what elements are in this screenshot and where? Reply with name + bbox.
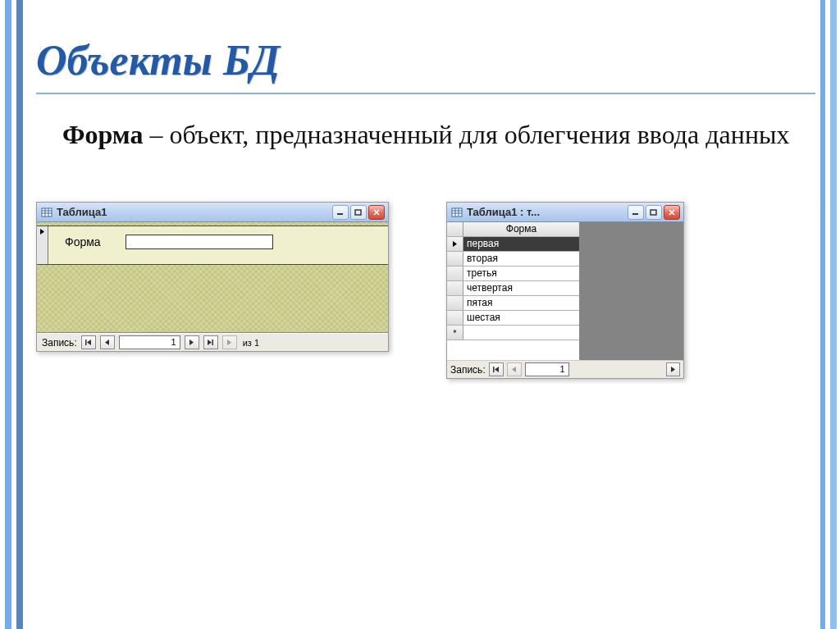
- cell[interactable]: четвертая: [463, 281, 579, 295]
- cell[interactable]: первая: [463, 237, 579, 251]
- svg-rect-13: [212, 340, 214, 345]
- cell[interactable]: [463, 326, 579, 340]
- table-status-bar: Запись: 1: [447, 360, 683, 378]
- record-number-input[interactable]: 1: [119, 335, 180, 349]
- last-record-button[interactable]: [203, 335, 218, 349]
- maximize-button[interactable]: [646, 205, 662, 220]
- first-record-button[interactable]: [81, 335, 96, 349]
- slide-stripe-left: [0, 0, 26, 629]
- row-selector[interactable]: [447, 237, 463, 251]
- cell[interactable]: шестая: [463, 311, 579, 325]
- record-label: Запись:: [42, 337, 77, 349]
- field-label: Форма: [65, 235, 101, 248]
- minimize-button[interactable]: [628, 205, 644, 220]
- record-selector[interactable]: [37, 226, 48, 264]
- svg-rect-8: [85, 340, 87, 345]
- svg-marker-9: [87, 340, 91, 345]
- svg-marker-23: [453, 241, 457, 247]
- current-record-icon: [452, 240, 458, 248]
- table-row[interactable]: шестая: [447, 311, 579, 326]
- svg-marker-10: [105, 340, 109, 345]
- grid[interactable]: Форма первая вторая третья: [447, 222, 580, 360]
- row-selector[interactable]: [447, 296, 463, 310]
- prev-record-button[interactable]: [507, 362, 522, 376]
- svg-rect-6: [355, 210, 361, 215]
- row-selector[interactable]: [447, 281, 463, 295]
- svg-marker-11: [189, 340, 194, 345]
- svg-rect-0: [42, 208, 52, 217]
- svg-rect-24: [493, 367, 495, 372]
- form-body: Форма: [37, 222, 388, 333]
- row-selector[interactable]: [447, 311, 463, 325]
- first-record-button[interactable]: [489, 362, 504, 376]
- scroll-right-button[interactable]: [666, 362, 680, 376]
- record-number-input[interactable]: 1: [525, 362, 569, 376]
- maximize-button[interactable]: [350, 205, 367, 220]
- svg-marker-25: [495, 367, 499, 372]
- new-record-button[interactable]: *: [222, 335, 237, 349]
- svg-text:*: *: [228, 340, 231, 347]
- term: Форма: [62, 120, 143, 149]
- datasheet-icon: [41, 207, 52, 218]
- svg-rect-22: [651, 210, 656, 215]
- close-button[interactable]: [664, 205, 680, 220]
- table-row[interactable]: пятая: [447, 296, 579, 311]
- svg-rect-5: [337, 213, 343, 215]
- table-row[interactable]: третья: [447, 267, 579, 281]
- grid-header-row[interactable]: Форма: [447, 222, 579, 237]
- svg-marker-27: [671, 367, 675, 372]
- cell[interactable]: пятая: [463, 296, 579, 310]
- slide: Объекты БД Форма – объект, предназначенн…: [36, 21, 815, 613]
- close-button[interactable]: [368, 205, 385, 220]
- table-titlebar[interactable]: Таблица1 : т...: [447, 203, 683, 222]
- slide-stripe-right: [817, 0, 840, 629]
- windows-row: Таблица1 Форма: [36, 202, 815, 379]
- svg-rect-16: [452, 208, 462, 217]
- table-row[interactable]: вторая: [447, 252, 579, 267]
- prev-record-button[interactable]: [100, 335, 115, 349]
- row-selector[interactable]: [447, 252, 463, 266]
- form-window: Таблица1 Форма: [36, 202, 389, 352]
- definition: – объект, предназначенный для облегчения…: [143, 120, 789, 149]
- table-row[interactable]: первая: [447, 237, 579, 252]
- table-row[interactable]: четвертая: [447, 281, 579, 296]
- cell[interactable]: вторая: [463, 252, 579, 266]
- svg-marker-26: [512, 367, 516, 372]
- table-window-title: Таблица1 : т...: [467, 206, 623, 218]
- slide-body-text: Форма – объект, предназначенный для обле…: [36, 117, 815, 153]
- column-header[interactable]: Форма: [463, 222, 579, 236]
- record-label: Запись:: [450, 364, 486, 376]
- minimize-button[interactable]: [332, 205, 349, 220]
- svg-marker-7: [40, 229, 44, 235]
- field-input[interactable]: [126, 235, 273, 249]
- table-window: Таблица1 : т... Форма первая: [446, 202, 684, 379]
- form-window-title: Таблица1: [57, 206, 328, 218]
- row-selector[interactable]: *: [447, 326, 463, 340]
- new-row[interactable]: *: [447, 326, 579, 340]
- svg-marker-12: [208, 340, 212, 345]
- grid-empty-area: [580, 222, 683, 360]
- slide-title: Объекты БД: [36, 36, 815, 84]
- form-record: Форма: [37, 226, 388, 265]
- datasheet-icon: [451, 207, 463, 218]
- current-record-icon: [39, 228, 45, 235]
- cell[interactable]: третья: [463, 267, 579, 280]
- of-text: из 1: [243, 338, 259, 348]
- row-selector[interactable]: [447, 267, 463, 280]
- title-underline: [36, 93, 815, 94]
- select-all-cell[interactable]: [447, 222, 463, 236]
- svg-rect-21: [632, 213, 638, 215]
- next-record-button[interactable]: [185, 335, 199, 349]
- table-body: Форма первая вторая третья: [447, 222, 683, 360]
- form-titlebar[interactable]: Таблица1: [37, 203, 388, 222]
- form-status-bar: Запись: 1 * из 1: [37, 333, 388, 351]
